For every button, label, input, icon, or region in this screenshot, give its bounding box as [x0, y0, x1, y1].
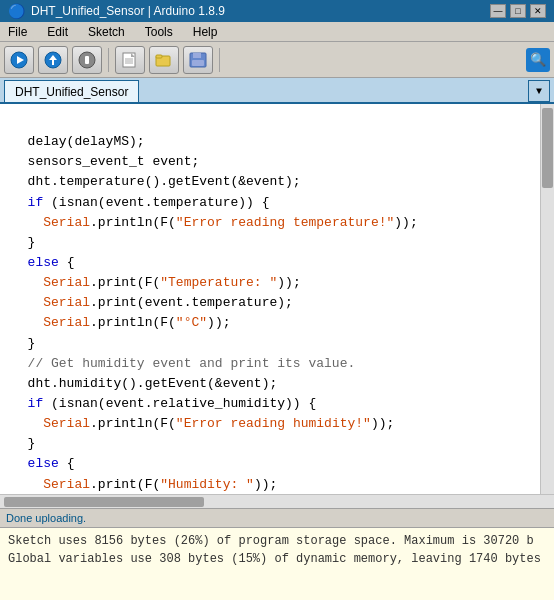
scrollbar-thumb-vertical[interactable] — [542, 108, 553, 188]
code-line-1: delay(delayMS); — [12, 132, 532, 152]
code-line-17: else { — [12, 454, 532, 474]
search-icon: 🔍 — [530, 52, 546, 68]
editor-tab[interactable]: DHT_Unified_Sensor — [4, 80, 139, 102]
editor-area: delay(delayMS); sensors_event_t event; d… — [0, 104, 554, 494]
code-line-16: } — [12, 434, 532, 454]
console-line-2: Global variables use 308 bytes (15%) of … — [8, 550, 546, 568]
svg-rect-16 — [192, 60, 204, 66]
status-message: Done uploading. — [6, 512, 86, 524]
tab-dropdown-button[interactable]: ▼ — [528, 80, 550, 102]
title-bar-controls: — □ ✕ — [490, 4, 546, 18]
menu-help[interactable]: Help — [189, 25, 222, 39]
upload-button[interactable] — [38, 46, 68, 74]
code-line-6: } — [12, 233, 532, 253]
search-button[interactable]: 🔍 — [526, 48, 550, 72]
menu-tools[interactable]: Tools — [141, 25, 177, 39]
close-button[interactable]: ✕ — [530, 4, 546, 18]
status-strip: Done uploading. — [0, 508, 554, 528]
code-line-7: else { — [12, 253, 532, 273]
code-line-13: dht.humidity().getEvent(&event); — [12, 374, 532, 394]
code-line-12: // Get humidity event and print its valu… — [12, 354, 532, 374]
toolbar-separator-1 — [108, 48, 109, 72]
svg-rect-6 — [85, 56, 89, 64]
window-title: DHT_Unified_Sensor | Arduino 1.8.9 — [31, 4, 225, 18]
code-line-8: Serial.print(F("Temperature: ")); — [12, 273, 532, 293]
console-line-1: Sketch uses 8156 bytes (26%) of program … — [8, 532, 546, 550]
console-output: Sketch uses 8156 bytes (26%) of program … — [0, 528, 554, 600]
svg-rect-7 — [123, 53, 135, 67]
menu-sketch[interactable]: Sketch — [84, 25, 129, 39]
svg-rect-13 — [156, 55, 162, 58]
menu-edit[interactable]: Edit — [43, 25, 72, 39]
menu-file[interactable]: File — [4, 25, 31, 39]
title-bar-left: 🔵 DHT_Unified_Sensor | Arduino 1.8.9 — [8, 3, 225, 19]
toolbar: 🔍 — [0, 42, 554, 78]
title-bar: 🔵 DHT_Unified_Sensor | Arduino 1.8.9 — □… — [0, 0, 554, 22]
open-button[interactable] — [149, 46, 179, 74]
code-line-9: Serial.print(event.temperature); — [12, 293, 532, 313]
code-line-15: Serial.println(F("Error reading humidity… — [12, 414, 532, 434]
debug-button[interactable] — [72, 46, 102, 74]
tab-label: DHT_Unified_Sensor — [15, 85, 128, 99]
code-editor[interactable]: delay(delayMS); sensors_event_t event; d… — [0, 104, 540, 494]
code-line-18: Serial.print(F("Humidity: ")); — [12, 475, 532, 494]
hscroll-thumb[interactable] — [4, 497, 204, 507]
save-button[interactable] — [183, 46, 213, 74]
code-line-0 — [12, 112, 532, 132]
svg-rect-15 — [193, 53, 201, 58]
verify-button[interactable] — [4, 46, 34, 74]
minimize-button[interactable]: — — [490, 4, 506, 18]
code-line-3: dht.temperature().getEvent(&event); — [12, 172, 532, 192]
code-line-14: if (isnan(event.relative_humidity)) { — [12, 394, 532, 414]
chevron-down-icon: ▼ — [536, 86, 542, 97]
code-line-4: if (isnan(event.temperature)) { — [12, 193, 532, 213]
toolbar-separator-2 — [219, 48, 220, 72]
code-line-11: } — [12, 334, 532, 354]
tab-bar: DHT_Unified_Sensor ▼ — [0, 78, 554, 104]
code-line-10: Serial.println(F("°C")); — [12, 313, 532, 333]
maximize-button[interactable]: □ — [510, 4, 526, 18]
svg-rect-4 — [52, 60, 54, 65]
vertical-scrollbar[interactable] — [540, 104, 554, 494]
new-button[interactable] — [115, 46, 145, 74]
app-icon: 🔵 — [8, 3, 25, 19]
code-line-2: sensors_event_t event; — [12, 152, 532, 172]
editor-horizontal-scrollbar[interactable] — [0, 494, 554, 508]
console-wrapper: Sketch uses 8156 bytes (26%) of program … — [0, 528, 554, 600]
code-line-5: Serial.println(F("Error reading temperat… — [12, 213, 532, 233]
menu-bar: File Edit Sketch Tools Help — [0, 22, 554, 42]
